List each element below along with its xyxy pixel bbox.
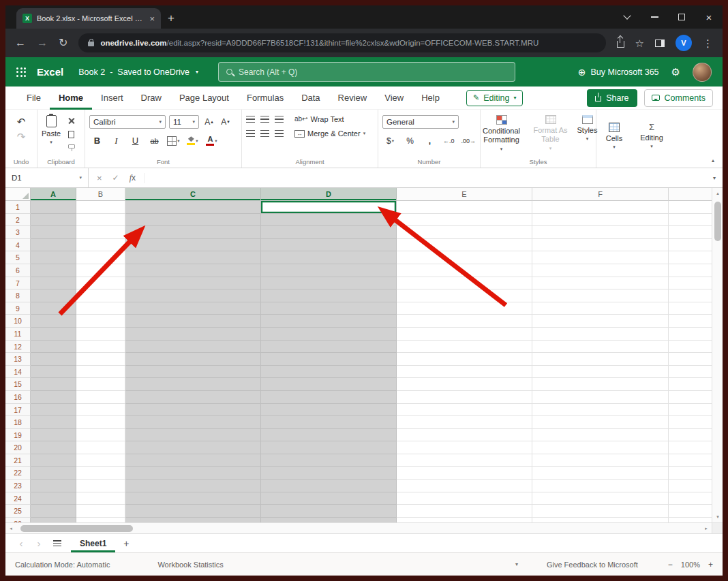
menu-tab-home[interactable]: Home xyxy=(50,87,92,110)
font-name-select[interactable]: Calibri▾ xyxy=(89,115,166,129)
new-tab-button[interactable]: + xyxy=(168,12,175,24)
row-header-4[interactable]: 4 xyxy=(5,239,31,252)
previous-sheet-icon[interactable]: ‹ xyxy=(12,538,30,548)
align-center-icon[interactable] xyxy=(260,130,269,137)
settings-gear-icon[interactable]: ⚙ xyxy=(671,67,680,77)
menu-tab-draw[interactable]: Draw xyxy=(132,87,170,110)
collapse-ribbon-icon[interactable]: ▴ xyxy=(712,157,714,163)
cell-F18[interactable] xyxy=(532,416,669,429)
row-header-7[interactable]: 7 xyxy=(5,277,31,290)
zoom-level[interactable]: 100% xyxy=(681,561,700,569)
conditional-formatting-button[interactable]: Conditional Formatting ▾ xyxy=(479,115,524,152)
cell-F12[interactable] xyxy=(532,341,669,354)
cell-E25[interactable] xyxy=(397,505,532,518)
cell-D16[interactable] xyxy=(261,391,397,404)
cell-D4[interactable] xyxy=(261,239,397,252)
close-button[interactable]: × xyxy=(695,5,723,29)
decrease-decimal-button[interactable]: .00→ xyxy=(461,138,476,144)
format-as-table-button[interactable]: Format As Table ▾ xyxy=(528,115,573,151)
cell-F15[interactable] xyxy=(532,378,669,391)
cell-D25[interactable] xyxy=(261,505,397,518)
cell-A12[interactable] xyxy=(31,341,76,354)
menu-tab-formulas[interactable]: Formulas xyxy=(238,87,292,110)
merge-center-button[interactable]: ↔ Merge & Center ▾ xyxy=(294,129,365,138)
cell-E3[interactable] xyxy=(397,226,532,239)
percent-format-button[interactable]: % xyxy=(404,134,416,147)
cell-B21[interactable] xyxy=(76,454,125,467)
cell-D19[interactable] xyxy=(261,429,397,442)
cell-F24[interactable] xyxy=(532,492,669,505)
window-chevron-icon[interactable] xyxy=(613,5,641,29)
horizontal-scrollbar[interactable]: ◂ ▸ xyxy=(5,522,712,533)
cell-D3[interactable] xyxy=(261,226,397,239)
comments-button[interactable]: Comments xyxy=(644,89,713,107)
cancel-entry-icon[interactable]: × xyxy=(97,174,102,183)
cell-A2[interactable] xyxy=(31,214,76,227)
decrease-font-size-button[interactable]: A▾ xyxy=(219,116,232,129)
column-header-B[interactable]: B xyxy=(76,188,125,201)
cell-D11[interactable] xyxy=(261,328,397,341)
cell-E6[interactable] xyxy=(397,264,532,277)
cell-F2[interactable] xyxy=(532,214,669,227)
cell-E20[interactable] xyxy=(397,441,532,454)
cell-A1[interactable] xyxy=(31,201,76,214)
cell-A9[interactable] xyxy=(31,302,76,315)
menu-tab-insert[interactable]: Insert xyxy=(92,87,132,110)
cell-B14[interactable] xyxy=(76,366,125,379)
active-cell-D1[interactable] xyxy=(261,201,397,214)
cell-B4[interactable] xyxy=(76,239,125,252)
cell-E14[interactable] xyxy=(397,366,532,379)
cell-C11[interactable] xyxy=(125,328,261,341)
comma-format-button[interactable]: , xyxy=(423,134,436,147)
cell-F3[interactable] xyxy=(532,226,669,239)
cell-D15[interactable] xyxy=(261,378,397,391)
cell-B3[interactable] xyxy=(76,226,125,239)
row-header-10[interactable]: 10 xyxy=(5,315,31,328)
cell-E21[interactable] xyxy=(397,454,532,467)
cell-C1[interactable] xyxy=(125,201,261,214)
horizontal-scroll-thumb[interactable] xyxy=(20,525,133,532)
cell-C21[interactable] xyxy=(125,454,261,467)
row-header-17[interactable]: 17 xyxy=(5,404,31,417)
row-header-12[interactable]: 12 xyxy=(5,341,31,354)
bold-button[interactable]: B xyxy=(91,134,104,147)
menu-tab-view[interactable]: View xyxy=(376,87,412,110)
cell-A24[interactable] xyxy=(31,492,76,505)
cell-C3[interactable] xyxy=(125,226,261,239)
cell-D9[interactable] xyxy=(261,302,397,315)
share-page-icon[interactable] xyxy=(617,41,624,48)
cell-A4[interactable] xyxy=(31,239,76,252)
back-icon[interactable]: ← xyxy=(15,37,26,48)
cell-C8[interactable] xyxy=(125,289,261,302)
cell-C25[interactable] xyxy=(125,505,261,518)
calculation-mode[interactable]: Calculation Mode: Automatic xyxy=(15,561,110,569)
cell-E24[interactable] xyxy=(397,492,532,505)
cell-F7[interactable] xyxy=(532,277,669,290)
expand-formula-bar-icon[interactable]: ▾ xyxy=(706,175,723,181)
row-header-21[interactable]: 21 xyxy=(5,454,31,467)
account-avatar[interactable] xyxy=(693,63,712,82)
cell-E10[interactable] xyxy=(397,315,532,328)
cell-A15[interactable] xyxy=(31,378,76,391)
cell-C26[interactable] xyxy=(125,518,261,522)
cell-C9[interactable] xyxy=(125,302,261,315)
cell-D21[interactable] xyxy=(261,454,397,467)
cell-B22[interactable] xyxy=(76,467,125,480)
editing-button[interactable]: Σ Editing ▾ xyxy=(640,123,663,149)
cell-F4[interactable] xyxy=(532,239,669,252)
cell-F5[interactable] xyxy=(532,251,669,264)
cell-A8[interactable] xyxy=(31,289,76,302)
row-header-16[interactable]: 16 xyxy=(5,391,31,404)
row-header-11[interactable]: 11 xyxy=(5,328,31,341)
cell-D22[interactable] xyxy=(261,467,397,480)
cell-D26[interactable] xyxy=(261,518,397,522)
forward-icon[interactable]: → xyxy=(37,37,48,48)
wrap-text-button[interactable]: ab↩ Wrap Text xyxy=(294,115,344,123)
cell-A16[interactable] xyxy=(31,391,76,404)
side-panel-icon[interactable] xyxy=(655,40,665,47)
zoom-out-button[interactable]: − xyxy=(668,560,673,569)
cell-A7[interactable] xyxy=(31,277,76,290)
cell-A18[interactable] xyxy=(31,416,76,429)
row-header-6[interactable]: 6 xyxy=(5,264,31,277)
cell-B19[interactable] xyxy=(76,429,125,442)
